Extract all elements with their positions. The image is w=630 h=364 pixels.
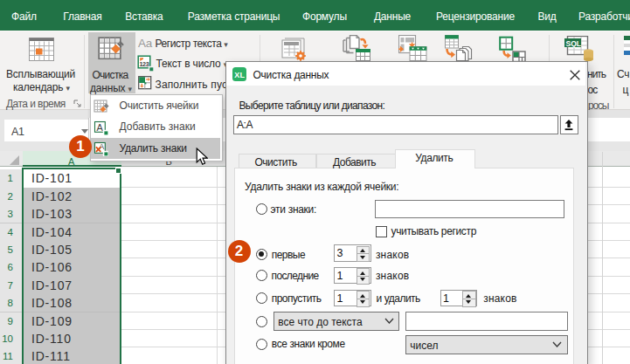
svg-text:A: A bbox=[99, 142, 104, 151]
svg-text:SQL: SQL bbox=[566, 39, 581, 48]
svg-text:A: A bbox=[97, 122, 104, 133]
svg-text:123: 123 bbox=[139, 60, 149, 68]
